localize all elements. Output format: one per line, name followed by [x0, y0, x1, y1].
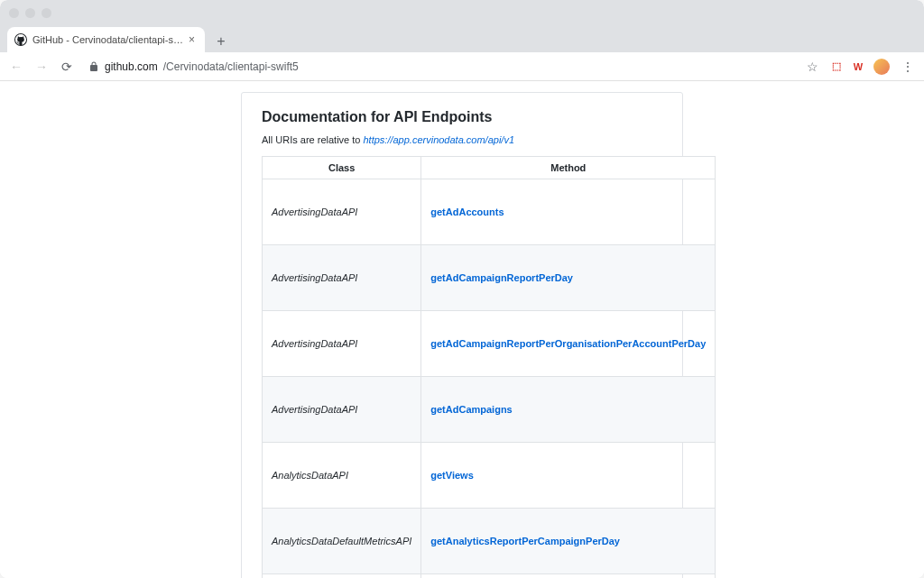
cell-class: AnalyticsDataDefaultMetricsAPI	[263, 574, 421, 579]
readme-box: Documentation for API Endpoints All URIs…	[241, 92, 683, 578]
cell-method: getAdCampaignReportPerDay	[421, 245, 716, 311]
reload-button[interactable]: ⟳	[58, 58, 76, 76]
cell-class: AdvertisingDataAPI	[263, 377, 421, 443]
cell-method: getAdCampaignReportPerOrganisationPerAcc…	[421, 311, 716, 377]
method-link[interactable]: getAdCampaignReportPerOrganisationPerAcc…	[430, 338, 706, 349]
intro-text: All URIs are relative to https://app.cer…	[262, 134, 662, 145]
th-class: Class	[263, 157, 421, 179]
url-path: /Cervinodata/clientapi-swift5	[163, 60, 299, 73]
cell-class: AdvertisingDataAPI	[263, 311, 421, 377]
cell-method: getAdAccounts	[421, 179, 716, 245]
new-tab-button[interactable]: +	[210, 31, 232, 52]
table-row: AnalyticsDataAPIgetViews	[263, 443, 716, 509]
cell-class: AnalyticsDataAPI	[263, 443, 421, 509]
traffic-close-icon[interactable]	[9, 8, 19, 18]
browser-tab[interactable]: GitHub - Cervinodata/clientapi-s… ×	[7, 27, 205, 52]
browser-menu-icon[interactable]: ⋮	[899, 58, 917, 76]
lock-icon	[88, 61, 99, 72]
endpoints-table: Class Method AdvertisingDataAPIgetAdAcco…	[262, 156, 716, 578]
table-row: AdvertisingDataAPIgetAdCampaigns	[263, 377, 716, 443]
page-content: Documentation for API Endpoints All URIs…	[0, 81, 924, 578]
method-link[interactable]: getAnalyticsReportPerCampaignPerDay	[430, 536, 620, 546]
table-row: AdvertisingDataAPIgetAdCampaignReportPer…	[263, 311, 716, 377]
cell-method: getAnalyticsReportPerChannelGroupPerDay	[421, 574, 716, 579]
table-row: AdvertisingDataAPIgetAdCampaignReportPer…	[263, 245, 716, 311]
window-chrome	[0, 0, 924, 25]
method-link[interactable]: getAdCampaignReportPerDay	[430, 272, 573, 283]
extension-icon-2[interactable]: W	[852, 60, 864, 73]
browser-toolbar: ← → ⟳ github.com/Cervinodata/clientapi-s…	[0, 52, 924, 81]
th-method: Method	[421, 157, 716, 179]
intro-prefix: All URIs are relative to	[262, 134, 363, 145]
address-bar[interactable]: github.com/Cervinodata/clientapi-swift5	[83, 60, 796, 73]
traffic-minimize-icon[interactable]	[25, 8, 35, 18]
table-row: AnalyticsDataDefaultMetricsAPIgetAnalyti…	[263, 509, 716, 574]
bookmark-star-icon[interactable]: ☆	[803, 58, 821, 76]
cell-class: AdvertisingDataAPI	[263, 245, 421, 311]
tabstrip: GitHub - Cervinodata/clientapi-s… × +	[0, 25, 924, 52]
cell-method: getViews	[421, 443, 716, 509]
table-row: AdvertisingDataAPIgetAdAccounts	[263, 179, 716, 245]
back-button[interactable]: ←	[7, 58, 25, 76]
profile-avatar-icon[interactable]	[873, 59, 890, 75]
section-heading: Documentation for API Endpoints	[262, 109, 662, 125]
extension-icon-1[interactable]: ⬚	[830, 60, 843, 73]
cell-class: AdvertisingDataAPI	[263, 179, 421, 245]
method-link[interactable]: getAdCampaigns	[430, 404, 512, 415]
cell-method: getAdCampaigns	[421, 377, 716, 443]
traffic-zoom-icon[interactable]	[42, 8, 51, 18]
method-link[interactable]: getViews	[430, 470, 474, 481]
tab-close-icon[interactable]: ×	[189, 35, 198, 44]
cell-method: getAnalyticsReportPerCampaignPerDay	[421, 509, 716, 574]
method-link[interactable]: getAdAccounts	[430, 206, 504, 217]
tab-title: GitHub - Cervinodata/clientapi-s…	[32, 34, 183, 45]
github-favicon-icon	[14, 33, 27, 46]
intro-url-link[interactable]: https://app.cervinodata.com/api/v1	[363, 134, 514, 145]
table-row: AnalyticsDataDefaultMetricsAPIgetAnalyti…	[263, 574, 716, 579]
url-host: github.com	[105, 60, 158, 73]
cell-class: AnalyticsDataDefaultMetricsAPI	[263, 509, 421, 574]
forward-button[interactable]: →	[32, 58, 51, 76]
